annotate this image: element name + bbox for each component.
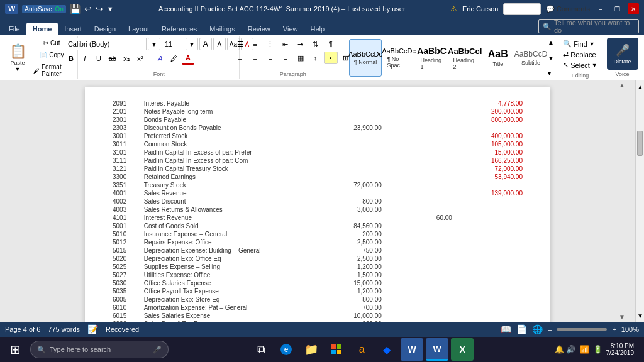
taskbar-battery-icon[interactable]: 🔋	[593, 345, 602, 354]
line-spacing-button[interactable]: ↕	[309, 52, 323, 64]
title-bar: W AutoSave On 💾 ↩ ↪ ▼ Accounting II Prac…	[0, 0, 644, 18]
columns-button[interactable]: ▦	[294, 52, 308, 64]
tab-help[interactable]: Help	[304, 23, 331, 35]
font-name-input[interactable]	[65, 38, 147, 50]
multilevel-button[interactable]: ⋮	[264, 38, 277, 50]
italic-button[interactable]: I	[79, 52, 91, 65]
zoom-out-button[interactable]: –	[548, 326, 552, 333]
quick-access-undo[interactable]: ↩	[84, 4, 92, 14]
tab-insert[interactable]: Insert	[58, 23, 88, 35]
tab-review[interactable]: Review	[242, 23, 277, 35]
table-row: 3011 Common Stock 105,000.00	[110, 140, 525, 148]
taskbar-mic-icon[interactable]: 🎤	[153, 346, 162, 354]
amount-col2	[384, 263, 455, 271]
account-name: Office Payroll Tax Expense	[142, 287, 314, 295]
taskbar-search[interactable]: 🔍 Type here to search 🎤	[30, 341, 169, 358]
text-effects-button[interactable]: A	[154, 52, 167, 65]
taskbar-word[interactable]: W	[401, 338, 423, 361]
start-button[interactable]: ⊞	[3, 338, 28, 361]
share-button[interactable]: ↗ Share	[503, 3, 540, 15]
styles-up-arrow[interactable]: ▲	[548, 39, 554, 46]
style-no-space[interactable]: AaBbCcDc ¶ No Spac...	[383, 39, 415, 77]
scrollbar-track[interactable]	[636, 156, 644, 309]
bold-button[interactable]: B	[65, 52, 77, 65]
restore-button[interactable]: ❐	[611, 3, 623, 14]
quick-access-redo[interactable]: ↪	[96, 4, 103, 14]
zoom-in-button[interactable]: +	[612, 326, 616, 333]
document-area[interactable]: ▲ 2091 Interest Payable 4,778.00 2101 No…	[0, 80, 635, 322]
bullets-button[interactable]: ☰	[233, 38, 247, 50]
taskbar-edge[interactable]: e	[275, 338, 297, 361]
view-print-button[interactable]: 📄	[516, 324, 527, 334]
tab-view[interactable]: View	[277, 23, 304, 35]
decrease-font-button[interactable]: A	[213, 38, 226, 50]
view-web-button[interactable]: 🌐	[532, 324, 543, 334]
taskbar-word-active[interactable]: W	[426, 338, 448, 361]
scroll-up-button[interactable]: ▲	[619, 82, 625, 89]
taskbar-system-icons[interactable]: 🔔 🔊	[555, 345, 575, 354]
subscript-button[interactable]: x₂	[120, 52, 133, 65]
styles-down-arrow[interactable]: ▼	[548, 55, 554, 62]
shading-button[interactable]: ▪	[324, 52, 338, 64]
comments-button[interactable]: 💬 Comments	[546, 5, 590, 13]
customize-qat[interactable]: ▼	[107, 5, 114, 13]
decrease-indent-button[interactable]: ⇤	[279, 38, 292, 50]
show-formatting-button[interactable]: ¶	[324, 38, 338, 50]
align-right-button[interactable]: ≡	[264, 52, 277, 64]
style-title[interactable]: AaB Title	[482, 39, 514, 77]
taskbar-file-explorer[interactable]: 📁	[300, 338, 323, 361]
taskbar-store[interactable]	[325, 338, 348, 361]
view-read-button[interactable]: 📖	[501, 324, 511, 334]
increase-indent-button[interactable]: ⇥	[294, 38, 308, 50]
taskbar-network-icon[interactable]: 📶	[580, 345, 589, 354]
align-center-button[interactable]: ≡	[248, 52, 262, 64]
tab-design[interactable]: Design	[88, 23, 122, 35]
styles-more-arrow[interactable]: ▾	[548, 70, 554, 77]
tell-me-search[interactable]: 🔍 Tell me what you want to do	[538, 19, 639, 33]
text-highlight-button[interactable]: 🖊	[168, 52, 180, 65]
tab-home[interactable]: Home	[26, 23, 58, 35]
replace-button[interactable]: ⇄ Replace	[561, 50, 599, 59]
align-left-button[interactable]: ≡	[233, 52, 247, 64]
underline-button[interactable]: U	[92, 52, 105, 65]
font-label: Font	[153, 71, 165, 77]
taskbar-amazon[interactable]: a	[350, 338, 373, 361]
sort-button[interactable]: ⇅	[309, 38, 323, 50]
tab-mailings[interactable]: Mailings	[203, 23, 241, 35]
find-button[interactable]: 🔍 Find ▼	[561, 39, 599, 48]
justify-button[interactable]: ≡	[279, 52, 292, 64]
strikethrough-button[interactable]: ab	[106, 52, 119, 65]
scroll-down-button[interactable]: ▼	[619, 314, 625, 321]
minimize-button[interactable]: –	[595, 3, 606, 14]
style-heading2[interactable]: AaBbCcI Heading 2	[449, 39, 481, 77]
font-color-button[interactable]: A	[182, 52, 194, 65]
paste-button[interactable]: 📋 Paste ▼	[6, 40, 29, 77]
scrollbar-up-arrow[interactable]: ▲	[636, 80, 644, 93]
scrollbar-down-arrow[interactable]: ▼	[636, 309, 644, 322]
increase-font-button[interactable]: A	[199, 38, 212, 50]
tab-layout[interactable]: Layout	[122, 23, 155, 35]
tab-references[interactable]: References	[155, 23, 203, 35]
amount-col3	[455, 214, 525, 222]
vertical-scrollbar[interactable]: ▲ ▼	[635, 80, 644, 322]
zoom-slider[interactable]	[557, 328, 607, 331]
quick-access-save[interactable]: 💾	[70, 4, 80, 14]
select-button[interactable]: ↖ Select ▼	[561, 60, 599, 70]
tab-file[interactable]: File	[3, 23, 26, 35]
taskbar-task-view[interactable]: ⧉	[250, 338, 272, 361]
style-subtitle[interactable]: AaBbCcD Subtitle	[515, 39, 547, 77]
numbering-button[interactable]: ≡	[248, 38, 262, 50]
dictate-button[interactable]: 🎤 Dictate	[607, 38, 638, 70]
superscript-button[interactable]: x²	[134, 52, 147, 65]
show-desktop-button[interactable]	[638, 338, 641, 361]
close-button[interactable]: ✕	[628, 3, 639, 14]
style-normal[interactable]: AaBbCcDc ¶ Normal	[349, 39, 381, 77]
taskbar-dropbox[interactable]: ◆	[375, 338, 398, 361]
font-name-dropdown-icon[interactable]: ▼	[148, 38, 160, 50]
scrollbar-thumb[interactable]	[637, 131, 643, 156]
taskbar-excel[interactable]: X	[451, 338, 474, 361]
font-size-input[interactable]	[162, 38, 184, 50]
font-size-dropdown-icon[interactable]: ▼	[186, 38, 198, 50]
style-heading1[interactable]: AaBbC Heading 1	[416, 39, 448, 77]
clock-area[interactable]: 8:10 PM 7/24/2019	[606, 343, 635, 356]
